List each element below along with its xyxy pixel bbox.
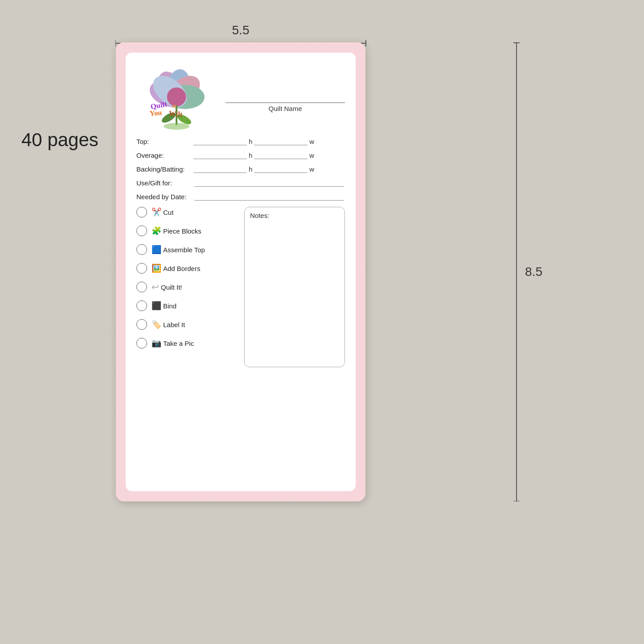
field-input-top-w[interactable] <box>254 138 308 145</box>
checklist-item-pic: 📷 Take a Pic <box>136 338 239 349</box>
checklist-item-label: 🏷️ Label It <box>136 319 239 330</box>
checklist-item-cut: ✂️ Cut <box>136 207 239 217</box>
field-h-top: h <box>249 138 252 145</box>
checkbox-assemble[interactable] <box>136 244 147 255</box>
checklist-item-quilt: ↩ Quilt It! <box>136 282 239 292</box>
field-row-date: Needed by Date: <box>136 193 345 201</box>
svg-text:Wilt: Wilt <box>168 109 183 119</box>
field-input-date[interactable] <box>194 193 344 201</box>
card-inner: Quilt til You Wilt Quilt Name Top: <box>126 53 356 491</box>
svg-point-10 <box>164 123 189 130</box>
check-label-quilt: Quilt It! <box>161 283 182 291</box>
height-label: 8.5 <box>525 265 542 279</box>
checklist: ✂️ Cut 🧩 Piece Blocks 🟦 Assemble Top 🖼️ <box>136 207 239 367</box>
checkbox-piece[interactable] <box>136 226 147 236</box>
check-label-borders: Add Borders <box>163 265 200 272</box>
picture-icon: 🖼️ <box>152 263 161 273</box>
check-label-label: Label It <box>163 321 185 328</box>
label-icon: 🏷️ <box>152 320 161 329</box>
field-label-top: Top: <box>136 138 193 145</box>
check-label-pic: Take a Pic <box>163 340 194 347</box>
logo-flower-svg: Quilt til You Wilt <box>136 62 217 131</box>
check-label-bind: Bind <box>163 302 176 310</box>
quilt-icon: ↩ <box>152 282 159 292</box>
field-w-top: w <box>309 138 314 145</box>
quilt-name-area: Quilt Name <box>226 62 345 112</box>
field-h-backing: h <box>249 165 252 173</box>
checklist-notes-area: ✂️ Cut 🧩 Piece Blocks 🟦 Assemble Top 🖼️ <box>136 207 345 367</box>
check-label-piece: Piece Blocks <box>163 227 201 235</box>
checkbox-bind[interactable] <box>136 300 147 311</box>
checkbox-borders[interactable] <box>136 263 147 274</box>
checkbox-pic[interactable] <box>136 338 147 349</box>
field-row-overage: Overage: h w <box>136 152 345 159</box>
field-w-backing: w <box>309 165 314 173</box>
field-label-overage: Overage: <box>136 152 193 159</box>
field-label-date: Needed by Date: <box>136 193 193 201</box>
notes-label: Notes: <box>250 212 269 219</box>
field-h-overage: h <box>249 152 252 159</box>
quilt-name-label: Quilt Name <box>226 105 345 112</box>
bind-icon: ⬛ <box>152 301 161 311</box>
svg-text:til: til <box>172 104 176 109</box>
puzzle-icon: 🧩 <box>152 226 161 236</box>
quilt-name-line <box>226 103 345 103</box>
notes-box: Notes: <box>244 207 345 367</box>
card-header: Quilt til You Wilt Quilt Name <box>136 62 345 133</box>
camera-icon: 📷 <box>152 338 161 348</box>
checklist-item-borders: 🖼️ Add Borders <box>136 263 239 274</box>
width-label: 5.5 <box>232 23 250 37</box>
field-input-backing-h[interactable] <box>193 166 247 173</box>
checklist-item-bind: ⬛ Bind <box>136 300 239 311</box>
field-input-backing-w[interactable] <box>254 166 308 173</box>
card-container: Quilt til You Wilt Quilt Name Top: <box>116 42 365 501</box>
checklist-item-assemble: 🟦 Assemble Top <box>136 244 239 255</box>
logo-area: Quilt til You Wilt <box>136 62 221 133</box>
field-w-overage: w <box>309 152 314 159</box>
field-row-usegift: Use/Gift for: <box>136 179 345 187</box>
scissors-icon: ✂️ <box>152 207 161 217</box>
field-input-usegift[interactable] <box>194 180 344 187</box>
fields-section: Top: h w Overage: h w Backing/Batting: h <box>136 138 345 201</box>
pages-label: 40 pages <box>21 129 98 151</box>
field-label-backing: Backing/Batting: <box>136 165 193 173</box>
svg-point-6 <box>167 87 186 107</box>
checklist-item-piece: 🧩 Piece Blocks <box>136 226 239 236</box>
check-label-cut: Cut <box>163 209 173 216</box>
checkbox-label[interactable] <box>136 319 147 330</box>
field-row-backing: Backing/Batting: h w <box>136 165 345 173</box>
field-input-overage-w[interactable] <box>254 152 308 159</box>
field-label-usegift: Use/Gift for: <box>136 179 193 187</box>
svg-text:You: You <box>149 108 162 118</box>
checkbox-quilt[interactable] <box>136 282 147 292</box>
field-input-overage-h[interactable] <box>193 152 247 159</box>
check-label-assemble: Assemble Top <box>163 246 205 254</box>
field-input-top-h[interactable] <box>193 138 247 145</box>
checkbox-cut[interactable] <box>136 207 147 217</box>
field-row-top: Top: h w <box>136 138 345 145</box>
square-blue-icon: 🟦 <box>152 245 161 254</box>
dimension-height: 8.5 <box>513 42 542 501</box>
